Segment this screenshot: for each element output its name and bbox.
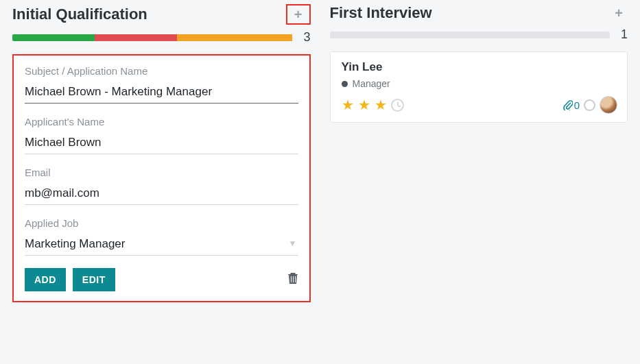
column-progress-bar[interactable]: [12, 34, 293, 41]
trash-icon[interactable]: [287, 272, 298, 287]
star-icon[interactable]: ★: [375, 97, 387, 113]
column-progress-bar[interactable]: [330, 32, 611, 38]
attachment-indicator[interactable]: 0: [563, 99, 580, 111]
column-progress-row: 3: [12, 30, 311, 45]
progress-segment-red: [95, 34, 177, 41]
paperclip-icon: [563, 99, 573, 110]
status-dot-icon: [342, 81, 348, 87]
applied-job-input[interactable]: [25, 234, 298, 256]
plus-icon: +: [294, 7, 303, 23]
chevron-down-icon: ▼: [289, 239, 297, 248]
add-button[interactable]: ADD: [25, 268, 66, 291]
plus-icon: +: [615, 5, 623, 21]
column-title: First Interview: [330, 4, 432, 22]
attachment-count: 0: [574, 99, 580, 111]
card-footer: ★ ★ ★ 0: [342, 96, 618, 114]
add-card-button[interactable]: +: [286, 4, 311, 25]
progress-segment-green: [12, 34, 95, 41]
star-icon[interactable]: ★: [342, 97, 354, 113]
column-count: 1: [618, 27, 628, 42]
card-role-row: Manager: [342, 78, 618, 89]
card-name: Yin Lee: [342, 60, 618, 74]
applicant-name-input[interactable]: [25, 133, 298, 154]
quick-create-form: Subject / Application Name Applicant's N…: [12, 54, 311, 302]
kanban-column-initial-qualification: Initial Qualification + 3 Subject / Appl…: [12, 4, 311, 352]
column-header: First Interview +: [330, 4, 628, 22]
subject-input[interactable]: [25, 82, 298, 104]
progress-segment-orange: [177, 34, 292, 41]
clock-icon[interactable]: [391, 99, 404, 112]
subject-label: Subject / Application Name: [25, 65, 298, 77]
column-header: Initial Qualification +: [12, 4, 311, 25]
star-icon[interactable]: ★: [358, 97, 370, 113]
applied-job-select[interactable]: ▼: [25, 234, 298, 264]
applicant-name-label: Applicant's Name: [25, 116, 298, 128]
kanban-column-first-interview: First Interview + 1 Yin Lee Manager ★ ★ …: [330, 4, 628, 352]
column-count: 3: [301, 30, 311, 45]
activity-status-icon[interactable]: [584, 99, 595, 111]
column-title: Initial Qualification: [12, 5, 147, 23]
card-footer-right: 0: [563, 96, 617, 114]
edit-button[interactable]: EDIT: [73, 268, 115, 291]
applied-job-label: Applied Job: [25, 217, 298, 229]
form-actions: ADD EDIT: [25, 268, 298, 291]
avatar[interactable]: [600, 96, 617, 114]
column-progress-row: 1: [330, 27, 628, 42]
add-card-button[interactable]: +: [610, 4, 628, 22]
email-input[interactable]: [25, 184, 298, 205]
applicant-card[interactable]: Yin Lee Manager ★ ★ ★ 0: [330, 51, 628, 123]
email-label: Email: [25, 167, 298, 178]
card-role: Manager: [353, 78, 390, 89]
